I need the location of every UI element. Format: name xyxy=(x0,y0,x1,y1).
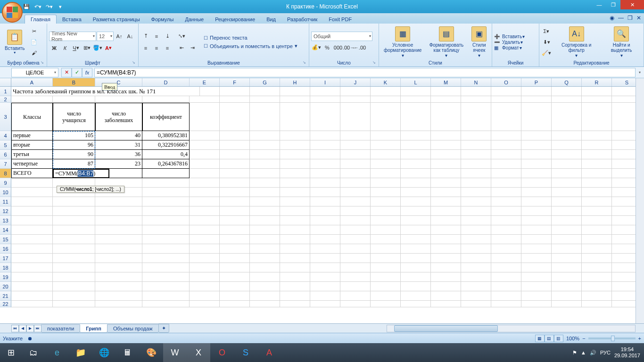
cell-A6[interactable]: третьи xyxy=(11,150,53,159)
new-sheet-icon[interactable]: ✦ xyxy=(158,324,169,333)
fill-icon[interactable]: ⬇▾ xyxy=(541,37,552,47)
merge-center-button[interactable]: Объединить и поместить в центре ▾ xyxy=(202,42,299,49)
formula-input[interactable]: =СУММ(B4:B7) xyxy=(94,68,636,77)
insert-cells-button[interactable]: ➕Вставить ▾ xyxy=(494,34,525,39)
taskbar-calc-icon[interactable]: 🖩 xyxy=(116,343,140,362)
indent-decrease-icon[interactable]: ⇤ xyxy=(176,43,187,53)
tray-flag-icon[interactable]: ⚑ xyxy=(572,350,577,356)
help-icon[interactable]: ◉ xyxy=(610,15,614,21)
delete-cells-button[interactable]: ➖Удалить ▾ xyxy=(494,40,525,45)
tab-formulas[interactable]: Формулы xyxy=(146,15,180,24)
macro-record-icon[interactable]: ⏺ xyxy=(27,336,33,341)
cell-D6[interactable]: 0,4 xyxy=(142,150,190,159)
row-header[interactable]: 13 xyxy=(0,216,11,225)
tab-data[interactable]: Данные xyxy=(179,15,209,24)
cell-B7[interactable]: 87 xyxy=(53,159,95,169)
zoom-out-icon[interactable]: − xyxy=(582,336,585,341)
align-center-icon[interactable]: ≡ xyxy=(151,43,162,53)
cut-icon[interactable]: ✂ xyxy=(29,26,39,36)
align-top-icon[interactable]: ⤒ xyxy=(140,31,151,41)
cell-D7[interactable]: 0,264367816 xyxy=(142,159,190,169)
row-header[interactable]: 2 xyxy=(0,96,11,103)
percent-icon[interactable]: % xyxy=(322,42,332,53)
sheet-tab[interactable]: Объемы продаж xyxy=(107,324,159,333)
cell-A3[interactable]: Классы xyxy=(11,103,53,131)
row-header[interactable]: 8 xyxy=(0,169,11,178)
column-header[interactable]: Q xyxy=(552,78,582,86)
horizontal-scrollbar[interactable] xyxy=(387,325,636,332)
shrink-font-icon[interactable]: A↓ xyxy=(125,31,135,41)
row-header[interactable]: 18 xyxy=(0,263,11,272)
comma-icon[interactable]: 000 xyxy=(333,42,343,53)
wrap-text-button[interactable]: Перенос текста xyxy=(202,34,299,41)
zoom-slider[interactable] xyxy=(588,337,636,339)
cell-B4[interactable]: 105 xyxy=(53,131,95,140)
conditional-formatting-button[interactable]: ▦Условное форматирование▾ xyxy=(381,25,424,59)
cell-C3[interactable]: число заболевших xyxy=(95,103,142,131)
row-header[interactable]: 9 xyxy=(0,178,11,188)
qat-undo-icon[interactable]: ↶▾ xyxy=(33,2,42,11)
qat-redo-icon[interactable]: ↷▾ xyxy=(44,2,54,11)
copy-icon[interactable]: 📄 xyxy=(29,37,39,47)
column-header[interactable]: J xyxy=(340,78,371,86)
sheet-tab[interactable]: показатели xyxy=(41,324,80,333)
border-icon[interactable]: ⊞▾ xyxy=(82,43,92,53)
cell-B6[interactable]: 90 xyxy=(53,150,95,159)
select-all-corner[interactable] xyxy=(0,78,11,86)
cell-A5[interactable]: вторые xyxy=(11,140,53,150)
align-bottom-icon[interactable]: ⤓ xyxy=(162,31,173,41)
view-page-layout-icon[interactable]: ▤ xyxy=(545,335,554,342)
font-size-combo[interactable]: 12 xyxy=(97,32,114,41)
column-header[interactable]: P xyxy=(521,78,552,86)
font-color-icon[interactable]: A▾ xyxy=(103,43,114,53)
underline-button[interactable]: Ч▾ xyxy=(71,43,81,53)
cell-C7[interactable]: 23 xyxy=(95,159,142,169)
align-middle-icon[interactable]: ≡ xyxy=(151,31,162,41)
taskbar-chrome-icon[interactable]: 🌐 xyxy=(92,343,116,362)
taskbar-word-icon[interactable]: W xyxy=(163,343,187,362)
start-button[interactable]: ⊞ xyxy=(0,343,22,362)
close-workbook-icon[interactable]: ✕ xyxy=(636,15,641,21)
vertical-scrollbar[interactable] xyxy=(636,78,644,323)
column-header[interactable]: I xyxy=(310,78,340,86)
cell-A8[interactable]: ВСЕГО xyxy=(11,169,53,178)
cell-A4[interactable]: первые xyxy=(11,131,53,140)
row-header[interactable]: 1 xyxy=(0,87,11,96)
sheet-nav-first-icon[interactable]: ⏮ xyxy=(11,325,19,332)
row-header[interactable]: 17 xyxy=(0,254,11,263)
orientation-icon[interactable]: ⤡▾ xyxy=(176,31,187,41)
minimize-button[interactable]: — xyxy=(592,0,606,9)
view-normal-icon[interactable]: ▦ xyxy=(535,335,545,342)
row-header[interactable]: 6 xyxy=(0,150,11,159)
row-header[interactable]: 15 xyxy=(0,235,11,244)
enter-formula-icon[interactable]: ✓ xyxy=(72,68,82,77)
clear-icon[interactable]: 🧹▾ xyxy=(541,48,552,58)
cell-B8[interactable]: =СУММ(B4:B7) xyxy=(53,169,109,178)
cancel-formula-icon[interactable]: ✕ xyxy=(61,68,72,77)
column-header[interactable]: B xyxy=(53,78,95,86)
format-painter-icon[interactable]: 🖌 xyxy=(29,48,39,58)
taskbar-excel-icon[interactable]: X xyxy=(187,343,210,362)
zoom-level[interactable]: 100% xyxy=(566,336,579,341)
column-header[interactable]: H xyxy=(280,78,310,86)
insert-function-icon[interactable]: fx xyxy=(82,68,92,77)
row-header[interactable]: 10 xyxy=(0,188,11,197)
find-select-button[interactable]: 🔍Найти и выделить▾ xyxy=(601,25,642,59)
tab-foxit[interactable]: Foxit PDF xyxy=(323,15,357,24)
sheet-nav-prev-icon[interactable]: ◀ xyxy=(19,325,26,332)
row-header[interactable]: 11 xyxy=(0,197,11,206)
taskbar-adobe-icon[interactable]: A xyxy=(257,343,281,362)
cell-A7[interactable]: четвертые xyxy=(11,159,53,169)
taskbar-ie-icon[interactable]: e xyxy=(45,343,69,362)
italic-button[interactable]: К xyxy=(60,43,70,53)
tab-view[interactable]: Вид xyxy=(261,15,281,24)
decrease-decimal-icon[interactable]: ←.00 xyxy=(355,42,365,53)
tab-review[interactable]: Рецензирование xyxy=(209,15,261,24)
name-box[interactable]: ЦЕЛОЕ xyxy=(11,68,58,77)
maximize-button[interactable]: ❐ xyxy=(606,0,620,9)
indent-increase-icon[interactable]: ⇥ xyxy=(187,43,198,53)
currency-icon[interactable]: 💰▾ xyxy=(311,42,322,53)
qat-save-icon[interactable]: 💾 xyxy=(22,2,31,11)
row-header[interactable]: 22 xyxy=(0,301,11,307)
align-left-icon[interactable]: ≡ xyxy=(140,43,151,53)
